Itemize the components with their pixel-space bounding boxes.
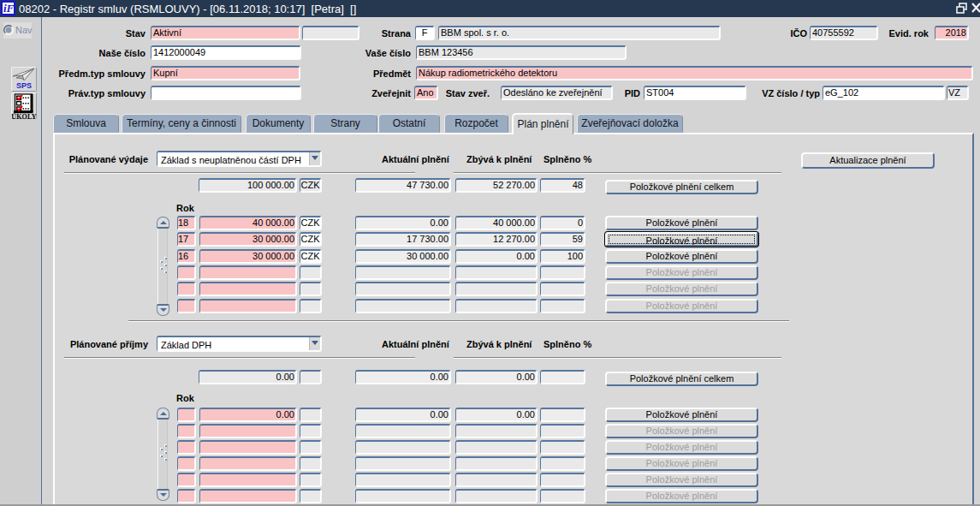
- svg-text:iF: iF: [3, 3, 14, 14]
